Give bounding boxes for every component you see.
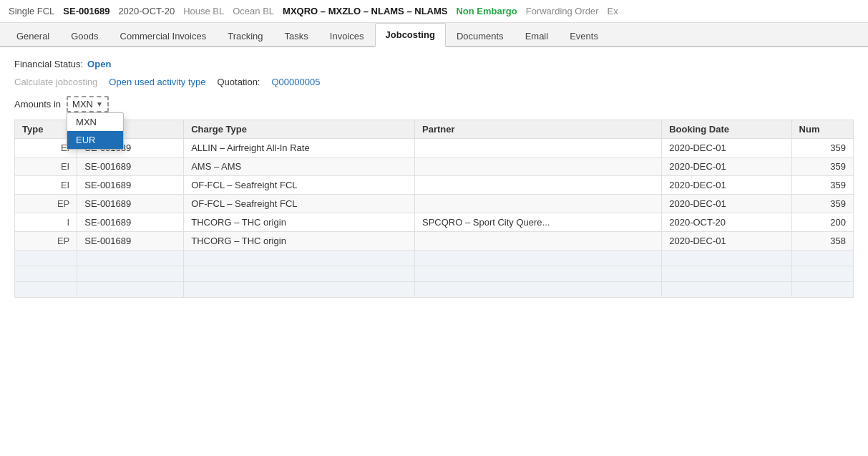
currency-option-mxn[interactable]: MXN xyxy=(67,113,123,131)
cell-partner xyxy=(414,232,661,251)
cell-num: 358 xyxy=(791,232,853,251)
cell-type: EP xyxy=(15,232,77,251)
cell-partner xyxy=(414,176,661,195)
cell-booking-date: 2020-DEC-01 xyxy=(662,176,791,195)
table-row[interactable]: EP SE-001689 THCORG – THC origin 2020-DE… xyxy=(15,232,854,251)
cell-type: EI xyxy=(15,157,77,176)
cell-charge-type: AMS – AMS xyxy=(184,157,415,176)
cell-partner xyxy=(414,195,661,213)
tab-invoices[interactable]: Invoices xyxy=(319,24,375,47)
cell-num: 200 xyxy=(791,213,853,232)
cell-booking-date: 2020-DEC-01 xyxy=(662,232,791,251)
currency-selected-value: MXN xyxy=(72,99,93,110)
col-num: Num xyxy=(791,120,853,139)
currency-dropdown-menu: MXN EUR xyxy=(67,112,124,150)
col-charge-type: Charge Type xyxy=(184,120,415,139)
cell-booking-date: 2020-DEC-01 xyxy=(662,195,791,213)
tab-bar: General Goods Commercial Invoices Tracki… xyxy=(0,23,868,47)
tab-tracking[interactable]: Tracking xyxy=(217,24,273,47)
cell-partner xyxy=(414,139,661,157)
tab-general[interactable]: General xyxy=(6,24,60,47)
quotation-label: Quotation: xyxy=(218,77,260,87)
cell-charge-type: OF-FCL – Seafreight FCL xyxy=(184,176,415,195)
tab-events[interactable]: Events xyxy=(559,24,609,47)
cell-num: 359 xyxy=(791,176,853,195)
table-row[interactable]: EI SE-001689 AMS – AMS 2020-DEC-01 359 xyxy=(15,157,854,176)
table-empty-row xyxy=(15,251,854,266)
open-activity-type-link[interactable]: Open used activity type xyxy=(109,77,205,87)
tab-documents[interactable]: Documents xyxy=(446,24,515,47)
cell-num: 359 xyxy=(791,157,853,176)
cell-tariff: SE-001689 xyxy=(77,176,184,195)
financial-status-label: Financial Status: xyxy=(14,59,83,69)
financial-status-row: Financial Status: Open xyxy=(14,59,854,69)
data-table: Type Tariff Charge Type Partner Booking … xyxy=(14,120,854,298)
cell-charge-type: ALLIN – Airfreight All-In Rate xyxy=(184,139,415,157)
currency-dropdown-wrapper: MXN ▼ MXN EUR xyxy=(67,96,109,112)
cell-tariff: SE-001689 xyxy=(77,157,184,176)
cell-type: EP xyxy=(15,195,77,213)
col-booking-date: Booking Date xyxy=(662,120,791,139)
cell-partner xyxy=(414,157,661,176)
shipment-date: 2020-OCT-20 xyxy=(118,6,175,16)
tab-jobcosting[interactable]: Jobcosting xyxy=(375,23,446,47)
tab-commercial-invoices[interactable]: Commercial Invoices xyxy=(109,24,218,47)
cell-tariff: SE-001689 xyxy=(77,232,184,251)
table-row[interactable]: EI SE-001689 ALLIN – Airfreight All-In R… xyxy=(15,139,854,157)
table-row[interactable]: EP SE-001689 OF-FCL – Seafreight FCL 202… xyxy=(15,195,854,213)
forwarding-order[interactable]: Forwarding Order xyxy=(526,6,599,16)
cell-booking-date: 2020-OCT-20 xyxy=(662,213,791,232)
cell-partner: SPCQRO – Sport City Quere... xyxy=(414,213,661,232)
action-bar: Calculate jobcosting Open used activity … xyxy=(14,77,854,87)
amounts-label: Amounts in xyxy=(14,99,61,110)
ocean-bl: Ocean BL xyxy=(233,6,274,16)
cell-booking-date: 2020-DEC-01 xyxy=(662,139,791,157)
house-bl: House BL xyxy=(183,6,224,16)
quotation-value[interactable]: Q00000005 xyxy=(272,77,321,87)
table-empty-row xyxy=(15,266,854,282)
cell-type: I xyxy=(15,213,77,232)
cell-tariff: SE-001689 xyxy=(77,213,184,232)
dropdown-arrow-icon: ▼ xyxy=(96,100,103,108)
cell-charge-type: THCORG – THC origin xyxy=(184,213,415,232)
currency-option-eur[interactable]: EUR xyxy=(67,131,123,149)
financial-status-value: Open xyxy=(87,59,111,69)
header-bar: Single FCL SE-001689 2020-OCT-20 House B… xyxy=(0,0,868,23)
calculate-jobcosting-button[interactable]: Calculate jobcosting xyxy=(14,77,97,87)
route: MXQRO – MXZLO – NLAMS – NLAMS xyxy=(283,6,447,16)
table-row[interactable]: I SE-001689 THCORG – THC origin SPCQRO –… xyxy=(15,213,854,232)
tab-tasks[interactable]: Tasks xyxy=(274,24,319,47)
cell-charge-type: OF-FCL – Seafreight FCL xyxy=(184,195,415,213)
tab-email[interactable]: Email xyxy=(515,24,560,47)
cell-num: 359 xyxy=(791,195,853,213)
extra-label: Ex xyxy=(608,6,618,16)
amounts-row: Amounts in MXN ▼ MXN EUR xyxy=(14,96,854,112)
tab-goods[interactable]: Goods xyxy=(60,24,109,47)
embargo-status[interactable]: Non Embargo xyxy=(456,6,517,16)
cell-type: EI xyxy=(15,176,77,195)
table-empty-row xyxy=(15,282,854,298)
col-partner: Partner xyxy=(414,120,661,139)
main-content: Financial Status: Open Calculate jobcost… xyxy=(0,47,868,309)
shipment-id: SE-001689 xyxy=(63,6,109,16)
cell-charge-type: THCORG – THC origin xyxy=(184,232,415,251)
table-row[interactable]: EI SE-001689 OF-FCL – Seafreight FCL 202… xyxy=(15,176,854,195)
currency-select[interactable]: MXN ▼ xyxy=(67,96,109,112)
cell-booking-date: 2020-DEC-01 xyxy=(662,157,791,176)
cell-num: 359 xyxy=(791,139,853,157)
shipment-type: Single FCL xyxy=(9,6,54,16)
cell-tariff: SE-001689 xyxy=(77,195,184,213)
